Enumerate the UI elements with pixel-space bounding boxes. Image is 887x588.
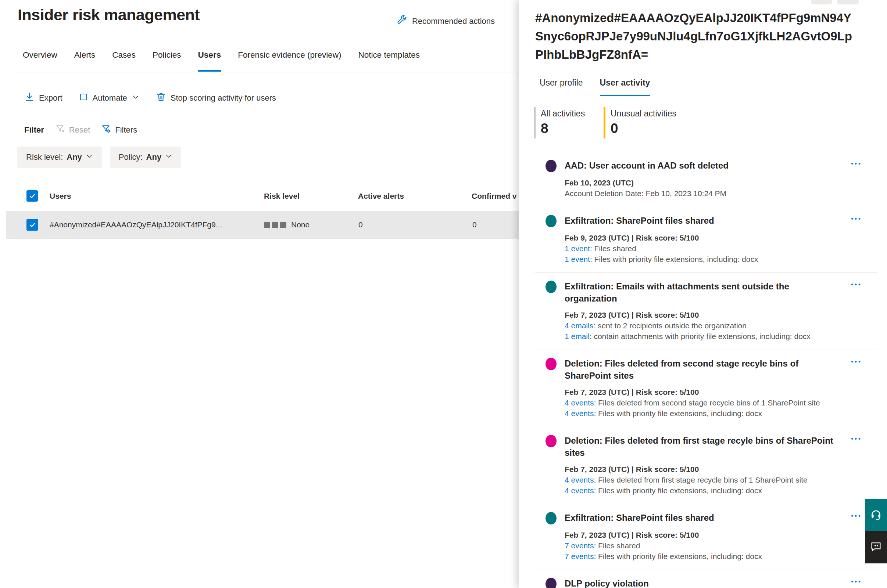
- recommended-actions-button[interactable]: Recommended actions: [396, 15, 495, 28]
- trash-icon: [156, 92, 166, 104]
- event-count-link[interactable]: 4 events:: [565, 486, 596, 495]
- automate-icon: [79, 92, 88, 104]
- tab-users[interactable]: Users: [198, 50, 221, 72]
- event-count-link[interactable]: 1 event:: [565, 244, 592, 253]
- activity-date: Feb 7, 2023 (UTC) | Risk score: 5/100: [565, 387, 878, 398]
- table-row[interactable]: #Anonymized#EAAAAOzQyEAlpJJ20IKT4fPFg9..…: [6, 211, 519, 239]
- risk-level-filter-pill[interactable]: Risk level: Any: [17, 147, 102, 168]
- insider-risk-management-app: Insider risk management Recommended acti…: [0, 0, 887, 588]
- row-checkbox[interactable]: [27, 219, 38, 231]
- activity-detail: 1 event: Files shared: [565, 243, 878, 254]
- feedback-button[interactable]: [865, 531, 887, 563]
- more-actions-icon[interactable]: •••: [851, 215, 862, 223]
- activity-item-aad-soft-deleted: AAD: User account in AAD soft deleted ••…: [535, 152, 878, 207]
- risk-level-text: None: [291, 220, 310, 229]
- activity-item-emails-outside-org: Exfiltration: Emails with attachments se…: [535, 273, 878, 350]
- recommended-actions-label: Recommended actions: [412, 16, 495, 26]
- main-tab-bar: Overview Alerts Cases Policies Users For…: [23, 50, 420, 72]
- stat-all-activities[interactable]: All activities 8: [534, 107, 598, 138]
- tab-overview[interactable]: Overview: [23, 50, 57, 72]
- export-button[interactable]: Export: [24, 92, 63, 104]
- automate-label: Automate: [93, 93, 127, 103]
- stop-scoring-button[interactable]: Stop scoring activity for users: [156, 92, 276, 104]
- panel-action-button-2[interactable]: [837, 0, 859, 4]
- policy-pill-label: Policy:: [119, 152, 143, 162]
- main-content: Insider risk management Recommended acti…: [0, 0, 519, 588]
- activity-item-second-stage-recycle-deletion: Deletion: Files deleted from second stag…: [535, 350, 878, 427]
- activity-detail: 7 events: Files shared: [565, 540, 878, 551]
- filters-button[interactable]: Filters: [101, 124, 137, 136]
- row-active-alerts: 0: [358, 220, 363, 229]
- policy-filter-pill[interactable]: Policy: Any: [110, 147, 181, 168]
- more-actions-icon[interactable]: •••: [851, 578, 862, 585]
- event-count-link[interactable]: 4 events:: [565, 399, 596, 407]
- activity-date: Feb 10, 2023 (UTC): [565, 177, 878, 188]
- funnel-gear-icon: [101, 124, 111, 136]
- activity-title: Exfiltration: SharePoint files shared: [565, 512, 714, 524]
- reset-button[interactable]: Reset: [55, 124, 90, 136]
- tab-user-profile[interactable]: User profile: [540, 77, 583, 96]
- more-actions-icon[interactable]: •••: [851, 160, 862, 168]
- stat-unusual-activities[interactable]: Unusual activities 0: [604, 107, 683, 138]
- activity-stats: All activities 8 Unusual activities 0: [534, 107, 683, 138]
- toolbar: Export Automate: [24, 91, 276, 105]
- tab-policies[interactable]: Policies: [153, 50, 181, 72]
- row-risk-level: None: [264, 220, 310, 229]
- help-button[interactable]: [865, 499, 887, 531]
- activity-title: Deletion: Files deleted from first stage…: [565, 435, 833, 459]
- activity-title: Deletion: Files deleted from second stag…: [565, 357, 798, 382]
- activity-date: Feb 9, 2023 (UTC) | Risk score: 5/100: [565, 232, 878, 243]
- column-header-users[interactable]: Users: [50, 192, 71, 201]
- activity-item-dlp-policy-violation: DLP policy violation •••: [535, 570, 878, 588]
- activity-category-dot: [546, 280, 556, 293]
- activity-item-sharepoint-files-shared-2: Exfiltration: SharePoint files shared ••…: [535, 504, 878, 570]
- event-count-link[interactable]: 1 event:: [565, 255, 592, 263]
- activity-category-dot: [546, 578, 556, 588]
- row-user-id: #Anonymized#EAAAAOzQyEAlpJJ20IKT4fPFg9..…: [50, 220, 222, 229]
- speech-bubble-icon: [870, 540, 882, 554]
- row-confirmed: 0: [472, 220, 477, 229]
- activity-title: Exfiltration: SharePoint files shared: [565, 214, 714, 226]
- tab-alerts[interactable]: Alerts: [74, 50, 96, 72]
- panel-title-line: #Anonymized#EAAAAOzQyEAlpJJ20IKT4fPFg9mN…: [535, 9, 884, 27]
- event-count-link[interactable]: 4 events:: [565, 476, 596, 484]
- activity-category-dot: [546, 215, 556, 227]
- select-all-checkbox[interactable]: [27, 190, 38, 202]
- activity-detail: 7 events: Files with priority file exten…: [565, 551, 878, 561]
- panel-title-line: PlhbLbBJgFZ8nfA=: [535, 45, 884, 64]
- tab-forensic-evidence[interactable]: Forensic evidence (preview): [238, 50, 341, 72]
- more-actions-icon[interactable]: •••: [851, 435, 862, 442]
- tab-user-activity[interactable]: User activity: [600, 77, 650, 96]
- column-header-confirmed[interactable]: Confirmed v: [472, 192, 517, 201]
- activity-title: Exfiltration: Emails with attachments se…: [565, 280, 789, 304]
- chevron-down-icon: [165, 152, 172, 162]
- event-count-link[interactable]: 7 events:: [565, 542, 596, 550]
- tab-notice-templates[interactable]: Notice templates: [358, 50, 420, 72]
- event-count-link[interactable]: 4 events:: [565, 409, 596, 418]
- risk-level-pill-label: Risk level:: [26, 152, 63, 162]
- automate-button[interactable]: Automate: [79, 92, 140, 104]
- event-count-link[interactable]: 7 events:: [565, 552, 596, 561]
- column-header-active-alerts[interactable]: Active alerts: [358, 192, 404, 201]
- export-label: Export: [39, 93, 63, 103]
- stop-scoring-label: Stop scoring activity for users: [171, 93, 276, 103]
- stat-label: Unusual activities: [610, 108, 677, 119]
- event-count-link[interactable]: 1 email:: [565, 332, 592, 340]
- panel-action-button-1[interactable]: [811, 0, 832, 4]
- activity-detail: 1 email: contain attachments with priori…: [565, 331, 878, 342]
- page-title: Insider risk management: [18, 6, 200, 24]
- table-header: Users Risk level Active alerts Confirmed…: [0, 186, 519, 206]
- wrench-icon: [396, 15, 407, 28]
- column-header-risk-level[interactable]: Risk level: [264, 192, 299, 201]
- activity-title: AAD: User account in AAD soft deleted: [565, 159, 729, 171]
- activity-detail: 4 events: Files with priority file exten…: [565, 408, 878, 419]
- more-actions-icon[interactable]: •••: [851, 512, 862, 520]
- filter-label: Filter: [24, 125, 44, 135]
- tab-cases[interactable]: Cases: [112, 50, 136, 72]
- activity-category-dot: [546, 358, 556, 370]
- activity-category-dot: [546, 512, 556, 525]
- funnel-x-icon: [55, 124, 65, 136]
- event-count-link[interactable]: 4 emails:: [565, 321, 595, 330]
- more-actions-icon[interactable]: •••: [851, 358, 862, 365]
- more-actions-icon[interactable]: •••: [851, 281, 862, 288]
